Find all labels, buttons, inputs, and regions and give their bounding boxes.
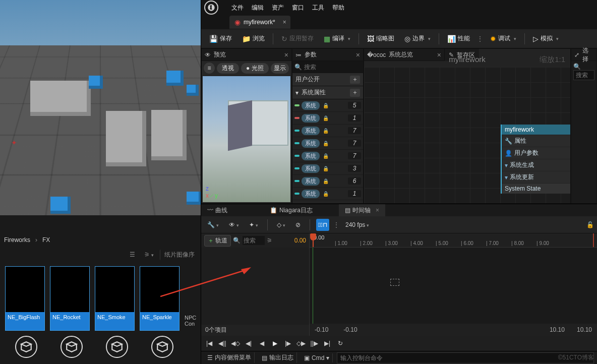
snap-button[interactable]: �⃒⊓ <box>316 219 329 231</box>
param-row[interactable]: 系统🔒6 <box>292 175 363 188</box>
play-button[interactable]: ▶ <box>270 338 280 348</box>
frame-fwd-button[interactable]: |▶ <box>283 338 293 348</box>
asset-item[interactable]: NE_Sparkle <box>140 266 180 331</box>
user-public-header[interactable]: 用户公开＋ <box>292 73 363 86</box>
autokey-button[interactable]: ⊘ <box>292 220 304 230</box>
preview-viewport[interactable]: zx⟋y <box>203 76 290 202</box>
wrench-dropdown[interactable]: 🔧 <box>204 220 222 230</box>
add-track-button[interactable]: ＋轨道 <box>204 235 231 247</box>
param-row[interactable]: 系统🔒1 <box>292 188 363 200</box>
param-row[interactable]: 系统🔒1 <box>292 112 363 125</box>
node-row[interactable]: 👤用户参数 <box>502 147 570 159</box>
to-start-button[interactable]: |◀ <box>204 338 214 348</box>
fps-selector[interactable]: 240 fps <box>343 221 371 228</box>
playback-dropdown[interactable]: ✦ <box>246 220 261 230</box>
lock-icon: 🔒 <box>323 191 329 197</box>
node-row[interactable]: ▾系统生成 <box>502 159 570 171</box>
menu-tools[interactable]: 工具 <box>312 4 324 12</box>
playhead[interactable] <box>313 233 314 247</box>
system-attr-header[interactable]: ▾系统属性＋ <box>292 86 363 99</box>
param-row[interactable]: 系统🔒3 <box>292 162 363 175</box>
material-sphere-icon[interactable] <box>151 336 173 358</box>
lock-icon[interactable]: 🔓 <box>586 221 594 228</box>
node-row[interactable]: 🔧属性 <box>502 135 570 147</box>
menu-help[interactable]: 帮助 <box>332 4 344 12</box>
range-end-inner[interactable]: 10.10 <box>550 326 565 333</box>
console-input[interactable] <box>337 352 594 363</box>
next-key-button[interactable]: ||▶ <box>309 338 319 348</box>
filter-icon[interactable]: ⚞ <box>267 237 272 244</box>
tab-timeline[interactable]: ▤时间轴× <box>339 204 385 216</box>
param-row[interactable]: 系统🔒7 <box>292 125 363 137</box>
material-sphere-icon[interactable] <box>106 336 128 358</box>
asset-item[interactable]: NE_Smoke <box>95 266 135 331</box>
content-drawer-button[interactable]: ☰内容侧滑菜单 <box>204 352 255 363</box>
menu-icon[interactable]: ≡ <box>204 63 215 74</box>
range-end-outer[interactable]: 10.10 <box>577 326 592 333</box>
debug-button[interactable]: ✹调试 <box>486 32 520 45</box>
perspective-pill[interactable]: 透视 <box>217 63 239 74</box>
asset-item[interactable]: NE_BigFlash <box>5 266 45 331</box>
close-icon[interactable]: × <box>356 51 360 59</box>
param-row[interactable]: 系统🔒7 <box>292 150 363 162</box>
close-icon[interactable]: × <box>376 207 379 214</box>
bounds-button[interactable]: ◎边界 <box>400 32 435 45</box>
document-tab[interactable]: ◉ myfirework* × <box>229 16 290 29</box>
save-button[interactable]: 💾保存 <box>205 32 236 45</box>
selection-search-input[interactable] <box>573 70 594 80</box>
range-start-inner[interactable]: -0.10 <box>343 326 357 333</box>
performance-button[interactable]: 📊性能 <box>443 32 474 45</box>
asset-item[interactable]: NE_Rocket <box>50 266 90 331</box>
kebab-icon[interactable]: ⋮ <box>333 221 339 228</box>
timeline-graph[interactable]: 0.00 | 1.00| 2.00| 3.00| 4.00| 5.00| 6.0… <box>310 233 597 336</box>
prev-key-button[interactable]: ◀|| <box>217 338 227 348</box>
track-search-input[interactable] <box>243 236 265 245</box>
timeline-ruler[interactable]: 0.00 | 1.00| 2.00| 3.00| 4.00| 5.00| 6.0… <box>310 233 597 248</box>
kebab-icon[interactable]: ⋮ <box>476 35 484 42</box>
unreal-logo-icon[interactable] <box>204 1 218 15</box>
param-row[interactable]: 系统🔒5 <box>292 99 363 112</box>
param-chip: 系统 <box>302 139 320 148</box>
list-view-icon[interactable]: ☰ <box>127 250 138 259</box>
material-sphere-icon[interactable] <box>15 336 37 358</box>
view-dropdown[interactable]: 👁 <box>226 220 242 230</box>
lighting-pill[interactable]: ● 光照 <box>241 63 269 74</box>
breadcrumb-root[interactable]: Fireworks <box>4 236 30 244</box>
end-marker[interactable] <box>593 233 594 247</box>
compile-button[interactable]: ▦编译 <box>320 32 354 45</box>
menu-window[interactable]: 窗口 <box>292 4 304 12</box>
apply-pause-button[interactable]: ↻应用暂存 <box>277 32 318 45</box>
loop-button[interactable]: ↻ <box>335 338 345 348</box>
output-log-button[interactable]: ▤输出日志 <box>259 352 297 363</box>
filter-icon[interactable]: ⚞ <box>141 250 157 259</box>
to-end-button[interactable]: ▶| <box>322 338 332 348</box>
tab-curve[interactable]: 〰曲线 <box>201 204 233 216</box>
browse-button[interactable]: 📁浏览 <box>238 32 269 45</box>
node-row[interactable]: ▾系统更新 <box>502 171 570 183</box>
simulate-button[interactable]: ▷模拟 <box>529 32 563 45</box>
tab-niagara-log[interactable]: 📋Niagara日志 <box>264 204 319 216</box>
menu-asset[interactable]: 资产 <box>272 4 284 12</box>
step-back-button[interactable]: ◀◇ <box>230 338 241 348</box>
step-fwd-button[interactable]: ◇▶ <box>296 338 306 348</box>
reverse-button[interactable]: ◀ <box>257 338 267 348</box>
close-icon[interactable]: × <box>284 51 288 59</box>
material-sphere-icon[interactable] <box>61 336 83 358</box>
key-dropdown[interactable]: ◇ <box>274 220 288 230</box>
system-node[interactable]: myfirework 🔧属性 👤用户参数 ▾系统生成 ▾系统更新 System … <box>501 125 570 194</box>
thumb-seq-label[interactable]: 纸片图像序 <box>160 250 198 260</box>
level-viewport[interactable]: ✦ <box>0 0 201 215</box>
param-row[interactable]: 系统🔒7 <box>292 137 363 150</box>
show-pill[interactable]: 显示 <box>271 63 289 74</box>
menu-edit[interactable]: 编辑 <box>252 4 264 12</box>
add-icon[interactable]: ＋ <box>350 76 360 84</box>
add-icon[interactable]: ＋ <box>350 89 360 97</box>
thumbnail-button[interactable]: 🖼缩略图 <box>363 32 398 45</box>
node-row[interactable]: System State <box>502 183 570 194</box>
breadcrumb-sub[interactable]: FX <box>42 236 50 244</box>
cmd-label[interactable]: ▣Cmd ▾ <box>301 353 333 362</box>
frame-back-button[interactable]: ◀| <box>244 338 254 348</box>
close-icon[interactable]: × <box>283 19 286 26</box>
range-start-outer[interactable]: -0.10 <box>315 326 328 333</box>
menu-file[interactable]: 文件 <box>231 4 244 12</box>
